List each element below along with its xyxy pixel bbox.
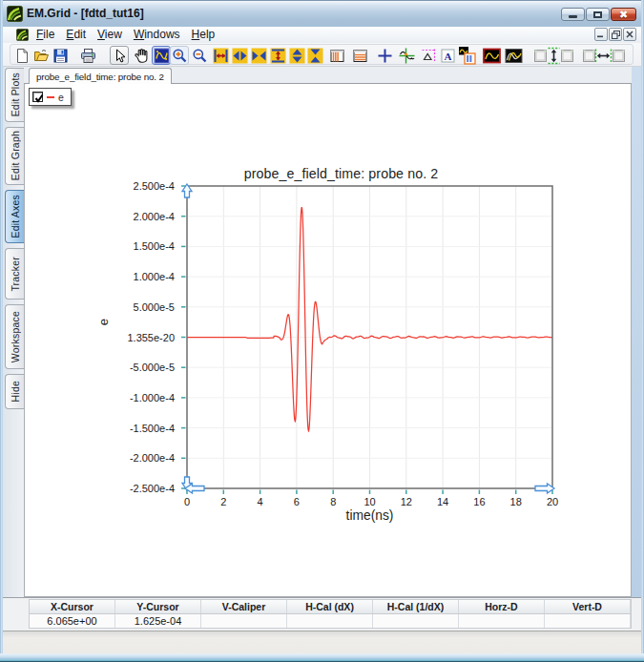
open-file-button[interactable] [31, 46, 51, 65]
show-rows-button[interactable] [350, 46, 369, 65]
zoom-in-button[interactable] [170, 46, 189, 65]
link-x-right-checkbox[interactable] [609, 46, 628, 65]
x-axis-right-handle[interactable] [535, 484, 554, 493]
expand-y-icon [289, 48, 305, 64]
document-logo-icon [16, 29, 29, 41]
menu-view[interactable]: View [92, 27, 128, 43]
shrink-y-icon [307, 48, 323, 64]
status-col-vert-d: Vert-D [545, 600, 631, 613]
copy-to-table-button[interactable] [458, 46, 477, 65]
expand-x-button[interactable] [230, 46, 249, 65]
close-button[interactable]: ✖ [611, 8, 636, 21]
maximize-icon [593, 11, 602, 18]
document-tab-bar: probe_e_field_time: probe no. 2 [24, 67, 632, 84]
status-col-x-cursor: X-Cursor [30, 600, 115, 613]
save-button[interactable] [51, 46, 70, 65]
sidebar-tab-label: Workspace [10, 311, 21, 362]
sidebar-tab-label: Edit Axes [10, 195, 21, 238]
status-value-6 [545, 614, 631, 628]
shrink-x-button[interactable] [249, 46, 268, 65]
sidebar-tab-edit-plots[interactable]: Edit Plots [5, 68, 24, 122]
tracker-axes-icon [399, 48, 415, 64]
sidebar-tab-workspace[interactable]: Workspace [5, 304, 24, 369]
x-tick-label: 0 [184, 496, 190, 507]
x-tick-label: 20 [547, 496, 558, 507]
status-value-5 [459, 614, 545, 628]
open-folder-icon [33, 48, 50, 64]
fit-width-icon [213, 48, 229, 64]
show-columns-icon [329, 48, 345, 64]
status-col-horz-d: Horz-D [459, 600, 545, 613]
status-col-h-cal-dx-: H-Cal (dX) [287, 600, 373, 613]
close-icon: ✖ [619, 10, 628, 20]
y-tick-label: -1.500e-4 [130, 423, 175, 434]
print-button[interactable] [78, 46, 97, 65]
show-columns-button[interactable] [327, 46, 346, 65]
x-tick-label: 16 [473, 496, 485, 507]
sidebar-tab-edit-axes[interactable]: Edit Axes [5, 190, 24, 243]
svg-text:A: A [444, 50, 451, 61]
mdi-restore-button[interactable] [609, 28, 622, 41]
shrink-y-button[interactable] [305, 46, 324, 65]
expand-y-button[interactable] [287, 46, 306, 65]
y-axis-label: e [96, 319, 111, 325]
select-tool-button[interactable] [110, 46, 129, 65]
mdi-minimize-button[interactable] [594, 28, 608, 41]
sidebar-tab-tracker[interactable]: Tracker [5, 248, 24, 300]
fit-width-button[interactable] [211, 46, 230, 65]
status-readout-zone: X-CursorY-CursorV-CaliperH-Cal (dX)H-Cal… [3, 597, 641, 631]
plot-mode-button[interactable] [152, 46, 171, 65]
x-tick-label: 8 [330, 496, 336, 507]
plot-overlay-button[interactable] [504, 46, 523, 65]
link-y-right-checkbox[interactable] [557, 46, 576, 65]
plot-foreground-button[interactable] [482, 46, 501, 65]
document-tab[interactable]: probe_e_field_time: probe no. 2 [29, 68, 172, 84]
sidebar-tab-hide[interactable]: Hide [5, 374, 24, 409]
x-tick-label: 4 [258, 496, 263, 507]
menu-help[interactable]: Help [186, 27, 221, 43]
waveform-chart[interactable]: 024681012141618202.500e-42.000e-41.500e-… [25, 84, 631, 595]
legend-checkbox[interactable] [32, 92, 43, 102]
plot-panel: e 024681012141618202.500e-42.000e-41.500… [24, 84, 632, 597]
sidebar-tab-edit-graph[interactable]: Edit Graph [5, 127, 24, 185]
sidebar-tab-label: Tracker [10, 257, 21, 292]
minimize-button[interactable] [561, 8, 585, 21]
status-col-v-caliper: V-Caliper [201, 600, 287, 613]
plot-overlay-icon [505, 48, 523, 64]
menu-windows[interactable]: Windows [128, 27, 186, 43]
y-tick-label: -2.500e-4 [130, 483, 175, 494]
x-tick-label: 12 [401, 496, 412, 507]
x-tick-label: 10 [364, 496, 375, 507]
save-icon [52, 48, 69, 64]
y-tick-label: 5.000e-5 [134, 301, 175, 313]
toolbar-frame: A [10, 44, 634, 65]
app-window: EM.Grid - [fdtd_tut16] ✖ FileEditViewWin… [0, 0, 644, 662]
print-icon [80, 48, 96, 64]
maximize-button[interactable] [586, 8, 610, 21]
menu-file[interactable]: File [31, 27, 60, 43]
copy-to-table-icon [458, 46, 477, 65]
tracker-axes-button[interactable] [397, 46, 416, 65]
zoom-in-icon [172, 48, 188, 64]
sidebar-tab-label: Edit Graph [10, 131, 21, 180]
fit-height-icon [270, 48, 286, 64]
caliper-button[interactable] [419, 46, 438, 65]
mdi-minimize-icon [597, 31, 605, 38]
text-label-button[interactable]: A [438, 46, 457, 65]
title-bar[interactable]: EM.Grid - [fdtd_tut16] ✖ [0, 0, 644, 27]
y-tick-label: -2.000e-4 [130, 452, 175, 464]
app-logo-icon [7, 6, 23, 22]
shrink-x-icon [251, 48, 267, 64]
crosshair-button[interactable] [375, 46, 394, 65]
mdi-close-icon [626, 31, 634, 38]
zoom-out-button[interactable] [190, 46, 209, 65]
y-tick-label: 2.000e-4 [134, 211, 175, 222]
new-file-button[interactable] [12, 46, 31, 65]
menu-edit[interactable]: Edit [60, 27, 92, 43]
mdi-close-button[interactable] [623, 28, 636, 41]
fit-height-button[interactable] [268, 46, 287, 65]
status-value-4 [373, 614, 459, 628]
select-arrow-icon [112, 48, 128, 64]
legend[interactable]: e [29, 88, 72, 106]
pan-tool-button[interactable] [131, 46, 150, 65]
